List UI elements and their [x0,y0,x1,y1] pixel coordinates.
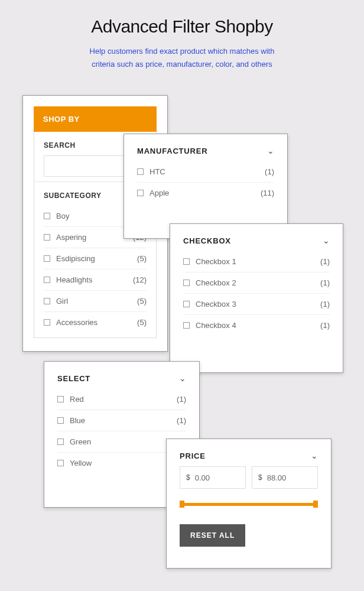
filter-count: (1) [320,278,330,287]
filter-count: (11) [261,189,274,197]
price-to-field[interactable]: $ [252,466,318,489]
list-item[interactable]: HTC (1) [137,161,274,183]
filter-label: Red [70,395,84,404]
checkbox-panel: CHECKBOX ⌄ Checkbox 1 (1) Checkbox 2 (1)… [170,223,343,373]
price-panel: PRICE ⌄ $ $ RESET ALL [166,439,332,569]
list-item[interactable]: Checkbox 3 (1) [183,294,330,315]
filter-label: Checkbox 3 [196,300,236,309]
filter-count: (1) [320,321,330,330]
checkbox-icon[interactable] [183,258,190,265]
list-item[interactable]: Checkbox 1 (1) [183,251,330,272]
price-from-input[interactable] [195,473,239,482]
filter-label: Checkbox 4 [196,321,236,330]
filter-label: Apple [150,189,169,197]
chevron-down-icon[interactable]: ⌄ [179,374,186,383]
list-item[interactable]: Headlights (12) [44,269,147,291]
page-title: Advanced Filter Shopby [0,0,364,37]
checkbox-icon[interactable] [44,298,50,304]
chevron-down-icon[interactable]: ⌄ [267,146,274,155]
filter-label: Green [70,437,91,446]
checkbox-icon[interactable] [57,417,64,424]
checkbox-icon[interactable] [57,439,64,445]
filter-label: Aspering [56,233,86,242]
checkbox-icon[interactable] [57,396,64,402]
slider-track [180,503,318,506]
checkbox-icon[interactable] [57,460,64,466]
panel-title: PRICE [180,452,206,460]
checkbox-icon[interactable] [44,255,50,262]
filter-label: Checkbox 2 [196,278,236,287]
list-item[interactable]: Checkbox 4 (1) [183,315,330,336]
panel-title: CHECKBOX [183,236,231,245]
list-item[interactable]: Checkbox 2 (1) [183,272,330,294]
filter-count: (1) [320,300,330,309]
panel-title: MANUFACTURER [137,147,207,155]
list-item[interactable]: Apple (11) [137,183,274,203]
filter-label: Esdipiscing [56,254,95,263]
chevron-down-icon[interactable]: ⌄ [323,236,330,245]
filter-count: (1) [177,416,186,425]
slider-handle-min[interactable] [180,501,184,508]
list-item[interactable]: Accessories (5) [44,312,147,333]
filter-label: HTC [150,167,165,176]
list-item[interactable]: Red (1) [57,389,186,410]
filter-label: Girl [56,297,68,306]
checkbox-icon[interactable] [183,322,190,329]
list-item[interactable]: Girl (5) [44,291,147,312]
checkbox-icon[interactable] [137,190,144,196]
filter-label: Boy [56,212,69,220]
checkbox-icon[interactable] [44,319,50,326]
panel-title: SELECT [57,374,90,383]
filter-count: (5) [137,318,147,327]
reset-all-button[interactable]: RESET ALL [180,524,245,547]
filter-label: Blue [70,416,85,425]
chevron-down-icon[interactable]: ⌄ [311,451,318,460]
slider-handle-max[interactable] [313,501,318,508]
currency-symbol: $ [186,473,190,482]
checkbox-icon[interactable] [183,301,190,307]
filter-label: Accessories [56,318,98,327]
filter-count: (1) [265,167,274,176]
currency-symbol: $ [258,473,262,482]
shopby-header: SHOP BY [34,106,157,132]
filter-count: (5) [137,297,147,306]
filter-label: Yellow [70,459,92,467]
price-slider[interactable] [180,503,318,506]
checkbox-icon[interactable] [44,277,50,283]
filter-label: Checkbox 1 [196,257,236,266]
filter-count: (12) [133,275,147,284]
filter-count: (1) [177,395,186,404]
filter-label: Headlights [56,275,92,284]
checkbox-icon[interactable] [44,234,50,241]
checkbox-icon[interactable] [137,168,144,175]
filter-count: (1) [320,257,330,266]
filter-count: (5) [137,254,147,263]
checkbox-icon[interactable] [183,280,190,286]
page-subtitle: Help customers find exact product which … [0,45,364,71]
price-from-field[interactable]: $ [180,466,246,489]
list-item[interactable]: Esdipiscing (5) [44,248,147,269]
list-item[interactable]: Blue (1) [57,410,186,431]
price-to-input[interactable] [267,473,311,482]
checkbox-icon[interactable] [44,213,50,219]
